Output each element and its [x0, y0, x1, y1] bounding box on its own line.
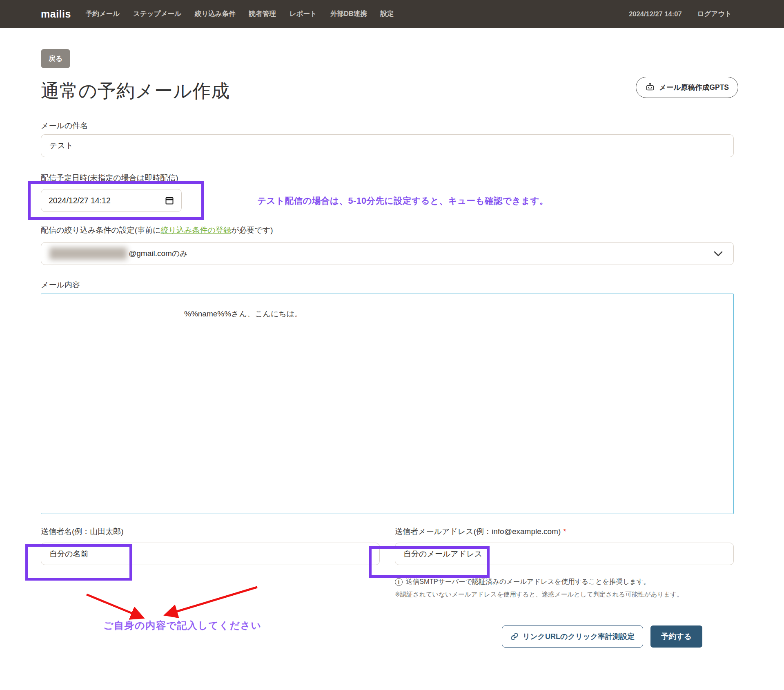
filter-select[interactable]: @gmail.comのみ: [41, 242, 734, 265]
logout-link[interactable]: ログアウト: [697, 9, 732, 18]
nav-item-report[interactable]: レポート: [290, 9, 317, 18]
sender-email-input[interactable]: [395, 543, 734, 565]
filter-label: 配信の絞り込み条件の設定(事前に絞り込み条件の登録が必要です): [41, 225, 734, 236]
nav-item-filter[interactable]: 絞り込み条件: [195, 9, 236, 18]
link-click-tracking-button[interactable]: リンクURLのクリック率計測設定: [502, 625, 643, 648]
chevron-down-icon: [714, 251, 723, 256]
subject-label: メールの件名: [41, 120, 734, 131]
schedule-row: 2024/12/27 14:12 テスト配信の場合は、5-10分先に設定すると、…: [41, 181, 734, 220]
nav-item-reserve-mail[interactable]: 予約メール: [86, 9, 120, 18]
info-icon: i: [395, 578, 403, 586]
footer-actions: リンクURLのクリック率計測設定 予約する: [41, 625, 702, 648]
top-navbar: mailis 予約メール ステップメール 絞り込み条件 読者管理 レポート 外部…: [0, 0, 784, 28]
required-asterisk: *: [563, 527, 566, 536]
sender-email-label-text: 送信者メールアドレス(例：info@example.com): [395, 527, 561, 536]
smtp-note: i 送信SMTPサーバーで認証済みのメールアドレスを使用することを推奨します。: [395, 577, 734, 586]
sender-email-column: 送信者メールアドレス(例：info@example.com)* i 送信SMTP…: [395, 526, 734, 600]
filter-register-link[interactable]: 絞り込み条件の登録: [161, 226, 231, 234]
main-nav: 予約メール ステップメール 絞り込み条件 読者管理 レポート 外部DB連携 設定: [86, 9, 394, 18]
back-button[interactable]: 戻る: [41, 49, 70, 68]
robot-icon: [645, 83, 655, 92]
page-title: 通常の予約メール作成: [41, 79, 734, 103]
calendar-icon[interactable]: [165, 196, 174, 205]
subject-input[interactable]: [41, 134, 734, 157]
navbar-right: 2024/12/27 14:07 ログアウト: [629, 9, 732, 18]
mail-content-label: メール内容: [41, 280, 734, 290]
nav-item-readers[interactable]: 読者管理: [249, 9, 276, 18]
schedule-annotation-text: テスト配信の場合は、5-10分先に設定すると、キューも確認できます。: [257, 195, 548, 207]
filter-selected-suffix: @gmail.comのみ: [129, 248, 188, 259]
auth-warning-note: ※認証されていないメールアドレスを使用すると、迷惑メールとして判定される可能性が…: [395, 589, 734, 600]
sender-name-column: 送信者名(例：山田太郎): [41, 526, 380, 600]
mail-content-textarea[interactable]: %%name%%さん、こんにちは。: [41, 294, 734, 514]
reserve-submit-button[interactable]: 予約する: [650, 625, 702, 648]
sender-section: 送信者名(例：山田太郎) 送信者メールアドレス(例：info@example.c…: [41, 526, 734, 600]
gpts-button-label: メール原稿作成GPTS: [659, 82, 729, 92]
sender-name-label: 送信者名(例：山田太郎): [41, 526, 380, 537]
link-icon: [510, 632, 519, 641]
filter-label-before: 配信の絞り込み条件の設定(事前に: [41, 226, 161, 234]
sender-name-input[interactable]: [41, 543, 380, 565]
current-datetime: 2024/12/27 14:07: [629, 10, 682, 18]
nav-item-step-mail[interactable]: ステップメール: [133, 9, 181, 18]
filter-selected-value: @gmail.comのみ: [49, 247, 188, 260]
nav-item-settings[interactable]: 設定: [381, 9, 394, 18]
schedule-highlight-box: 2024/12/27 14:12: [28, 181, 204, 220]
schedule-datetime-input[interactable]: 2024/12/27 14:12: [41, 189, 182, 212]
mail-draft-gpts-button[interactable]: メール原稿作成GPTS: [636, 77, 738, 98]
main-content: 戻る メール原稿作成GPTS 通常の予約メール作成 メールの件名 配信予定日時(…: [0, 28, 784, 648]
mail-content-text: %%name%%さん、こんにちは。: [49, 309, 725, 319]
redacted-email-blur: [49, 247, 127, 260]
nav-item-external-db[interactable]: 外部DB連携: [330, 9, 367, 18]
smtp-note-text: 送信SMTPサーバーで認証済みのメールアドレスを使用することを推奨します。: [406, 577, 650, 586]
schedule-datetime-value: 2024/12/27 14:12: [49, 196, 111, 205]
brand-logo[interactable]: mailis: [41, 8, 71, 20]
link-click-tracking-label: リンクURLのクリック率計測設定: [523, 632, 635, 641]
filter-label-after: が必要です): [231, 226, 273, 234]
sender-email-label: 送信者メールアドレス(例：info@example.com)*: [395, 526, 734, 537]
